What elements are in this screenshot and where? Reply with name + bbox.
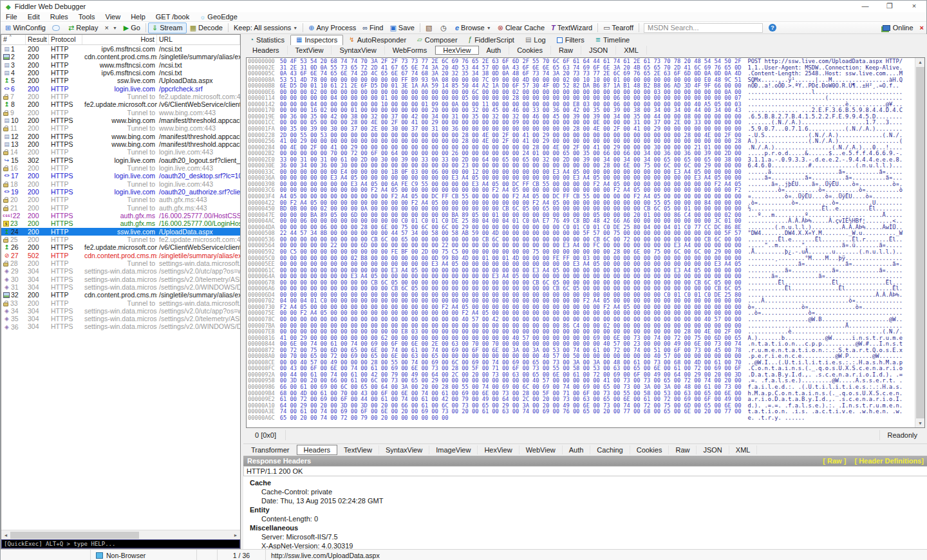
save-button[interactable]: ▣Save: [386, 23, 417, 33]
column-header-[interactable]: #∧: [1, 35, 26, 44]
response-tab-textview[interactable]: TextView: [337, 445, 379, 454]
session-row[interactable]: 18200HTTPTunnel tologin.live.com:443: [1, 180, 240, 188]
hexview-editor[interactable]: 00000000 0000002E 0000005C 0000008A 0000…: [246, 57, 925, 428]
hex-ascii-column[interactable]: POST http://ssw.live.com/UploadData.aspx…: [747, 59, 903, 427]
menu-rules[interactable]: Rules: [45, 12, 73, 22]
header-item[interactable]: Server: Microsoft-IIS/7.5: [243, 532, 927, 541]
response-tab-syntaxview[interactable]: SyntaxView: [379, 445, 429, 454]
response-tab-json[interactable]: JSON: [697, 445, 729, 454]
header-item[interactable]: X-AspNet-Version: 4.0.30319: [243, 541, 927, 549]
session-row[interactable]: ◈31304HTTPSsettings-win.data.microsoft.c…: [1, 283, 240, 291]
response-tab-auth[interactable]: Auth: [563, 445, 591, 454]
clear-cache-button[interactable]: ⊗Clear Cache: [494, 23, 548, 33]
any-process-button[interactable]: ⊕Any Process: [305, 23, 359, 33]
browse-button[interactable]: eBrowse▼: [452, 23, 494, 33]
request-tab-auth[interactable]: Auth: [479, 46, 510, 55]
session-row[interactable]: ↥5200HTTPssw.live.com/UploadData.aspx: [1, 77, 240, 84]
tab-log[interactable]: ▤Log: [520, 35, 551, 45]
menu-tools[interactable]: Tools: [73, 12, 100, 22]
session-row[interactable]: 11200HTTPTunnel towww.bing.com:443: [1, 124, 240, 132]
offline-toggle-icon[interactable]: ×: [920, 24, 924, 32]
request-tab-cookies[interactable]: Cookies: [509, 46, 551, 55]
capture-status-cell[interactable]: [1, 550, 91, 560]
session-row[interactable]: ▤3200HTTPwww.msftncsi.com/ncsi.txt: [1, 61, 240, 69]
menu-get-book[interactable]: GET /book: [151, 12, 194, 22]
request-tab-textview[interactable]: TextView: [288, 46, 332, 55]
request-tab-xml[interactable]: XML: [616, 46, 647, 55]
header-item[interactable]: Content-Length: 0: [243, 514, 927, 523]
tab-composer[interactable]: ▱Composer: [412, 35, 462, 45]
session-row[interactable]: 20200HTTPTunnel toauth.gfx.ms:443: [1, 196, 240, 203]
hscroll-thumb[interactable]: [10, 532, 139, 539]
session-row[interactable]: ▤13200HTTPSwww.bing.com/manifest/thresho…: [1, 140, 240, 148]
response-tab-cookies[interactable]: Cookies: [630, 445, 670, 454]
help-button[interactable]: ?: [765, 23, 782, 33]
session-row[interactable]: ◈34304HTTPSsettings-win.data.microsoft.c…: [1, 307, 240, 315]
response-tab-headers[interactable]: Headers: [297, 445, 338, 455]
quickexec-input[interactable]: [QuickExec] ALT+Q > type HELP...: [1, 539, 240, 548]
response-tab-transformer[interactable]: Transformer: [245, 445, 297, 454]
session-row[interactable]: 14200HTTPTunnel tologin.live.com:443: [1, 148, 240, 156]
go-button[interactable]: ▶Go: [120, 23, 144, 33]
response-status-line[interactable]: HTTP/1.1 200 OK: [243, 466, 927, 476]
tab-autoresponder[interactable]: ↯AutoResponder: [344, 35, 411, 45]
response-tab-caching[interactable]: Caching: [590, 445, 630, 454]
session-row[interactable]: ↥8200HTTPSfe2.update.microsoft.com/v6/Cl…: [1, 100, 240, 108]
session-row[interactable]: <>17200HTTPSlogin.live.com/oauth20_deskt…: [1, 172, 240, 180]
session-row[interactable]: 28200HTTPTunnel tosettings-win.data.micr…: [1, 259, 240, 267]
hex-bytes-column[interactable]: 50 4F 53 54 20 68 74 74 70 3A 2F 2F 73 7…: [280, 59, 742, 427]
scroll-up-icon[interactable]: ▲: [916, 58, 924, 66]
tab-filters[interactable]: Filters: [552, 35, 590, 45]
session-row[interactable]: ▤1200HTTPipv6.msftncsi.com/ncsi.txt: [1, 45, 240, 53]
scroll-down-icon[interactable]: ▼: [916, 419, 924, 427]
response-tab-raw[interactable]: Raw: [669, 445, 697, 454]
request-tab-syntaxview[interactable]: SyntaxView: [332, 46, 384, 55]
session-row[interactable]: 25200HTTPTunnel tofe2.update.microsoft.c…: [1, 236, 240, 243]
request-tab-json[interactable]: JSON: [581, 46, 616, 55]
header-item[interactable]: Cache-Control: private: [243, 487, 927, 496]
tab-inspectors[interactable]: ▦Inspectors: [290, 35, 343, 45]
request-tab-headers[interactable]: Headers: [245, 46, 288, 55]
session-row[interactable]: <>19200HTTPSlogin.live.com/oauth20_autho…: [1, 188, 240, 196]
column-header-result[interactable]: Result: [26, 35, 49, 44]
session-row[interactable]: css[22200HTTPSauth.gfx.ms/16.000.25777.0…: [1, 212, 240, 219]
scroll-left-icon[interactable]: ◄: [2, 532, 10, 539]
request-tab-webforms[interactable]: WebForms: [385, 46, 436, 55]
minimize-button[interactable]: —: [853, 1, 877, 12]
hexview-vscrollbar[interactable]: ▲ ▼: [915, 58, 924, 427]
response-tab-xml[interactable]: XML: [729, 445, 758, 454]
header-definitions-link[interactable]: [ Header Definitions]: [854, 457, 924, 465]
stream-button[interactable]: ⇓Stream: [148, 23, 187, 33]
camera-button[interactable]: ▧: [422, 23, 437, 33]
menu-view[interactable]: View: [100, 12, 126, 22]
delete-button[interactable]: ×▼: [101, 23, 120, 33]
vscroll-thumb[interactable]: [916, 67, 924, 418]
header-group-cache[interactable]: Cache: [243, 478, 927, 487]
close-button[interactable]: ×: [902, 1, 926, 12]
tearoff-button[interactable]: ▭Tearoff: [600, 23, 637, 33]
request-tab-raw[interactable]: Raw: [551, 46, 581, 55]
msdn-search-input[interactable]: MSDN Search...: [644, 23, 763, 33]
session-row[interactable]: <>6200HTTPlogin.live.com/ppcrlcheck.srf: [1, 85, 240, 93]
replay-button[interactable]: ⇄Replay: [65, 23, 101, 33]
session-row[interactable]: 16200HTTPTunnel tologin.live.com:443: [1, 164, 240, 172]
session-row[interactable]: 33200HTTPTunnel tosettings-win.data.micr…: [1, 299, 240, 307]
menu-help[interactable]: Help: [126, 12, 151, 22]
session-row[interactable]: ↪15302HTTPSlogin.live.com/oauth20_logout…: [1, 156, 240, 164]
session-row[interactable]: ◈29304HTTPSsettings-win.data.microsoft.c…: [1, 267, 240, 275]
column-header-protocol[interactable]: Protocol: [49, 35, 82, 44]
session-row[interactable]: ◈35304HTTPSsettings-win.data.microsoft.c…: [1, 315, 240, 322]
winconfig-button[interactable]: ⊞WinConfig: [2, 23, 49, 33]
session-row[interactable]: 7200HTTPTunnel tofe2.update.microsoft.co…: [1, 93, 240, 100]
session-row[interactable]: 32200HTTPcdn.content.prod.cms.msn.com/si…: [1, 291, 240, 299]
header-group-entity[interactable]: Entity: [243, 505, 927, 514]
tab-timeline[interactable]: ≣Timeline: [590, 35, 635, 45]
session-row[interactable]: ◈30304HTTPSsettings-win.data.microsoft.c…: [1, 275, 240, 283]
maximize-button[interactable]: ❐: [877, 1, 902, 12]
menu-edit[interactable]: Edit: [23, 12, 45, 22]
response-tab-webview[interactable]: WebView: [520, 445, 563, 454]
textwizard-button[interactable]: TTextWizard: [548, 23, 595, 33]
column-header-host[interactable]: Host: [82, 35, 157, 44]
process-filter-cell[interactable]: Non-Browser: [91, 550, 197, 560]
menu-file[interactable]: File: [1, 12, 23, 22]
